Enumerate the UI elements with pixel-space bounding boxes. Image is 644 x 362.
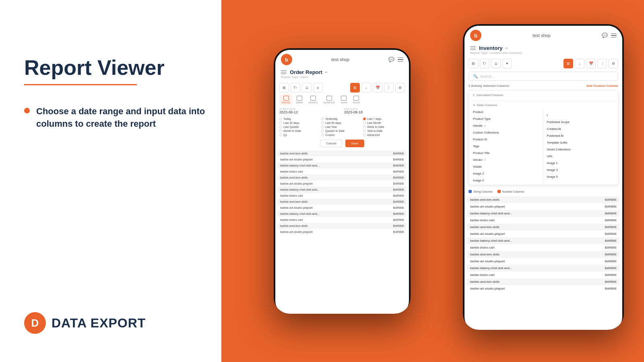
- logo-text: DATA EXPORT: [52, 316, 146, 331]
- left-content: Report Viewer Choose a date range and in…: [24, 56, 225, 130]
- logo-circle: D: [24, 312, 46, 334]
- left-panel: Report Viewer Choose a date range and in…: [0, 0, 250, 362]
- bullet-point: Choose a date range and input data into …: [24, 105, 225, 130]
- background-orange: [221, 0, 644, 362]
- page-title: Report Viewer: [24, 56, 225, 79]
- bullet-dot: [24, 108, 30, 113]
- logo-area: D DATA EXPORT: [24, 312, 225, 334]
- logo-letter: D: [31, 317, 39, 329]
- bullet-text: Choose a date range and input data into …: [36, 105, 225, 130]
- title-underline: [24, 84, 137, 85]
